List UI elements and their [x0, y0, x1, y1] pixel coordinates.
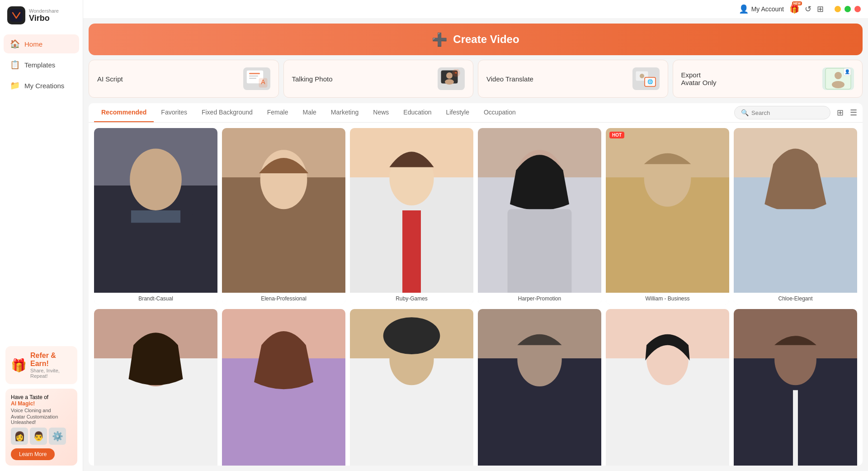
svg-rect-37	[249, 390, 318, 466]
feature-card-export-avatar[interactable]: Export Avatar Only 👤	[673, 60, 863, 98]
feature-card-talking-photo[interactable]: Talking Photo	[283, 60, 474, 98]
avatar-img-arjun	[350, 309, 473, 466]
svg-rect-24	[250, 210, 317, 293]
avatar-img-elena	[222, 128, 345, 293]
avatar-card-chloe[interactable]: Chloe-Elegant	[734, 128, 857, 304]
refresh-icon-button[interactable]: ↺	[805, 4, 811, 14]
sidebar-bottom: 🎁 Refer & Earn! Share, Invite, Repeat! H…	[0, 341, 83, 471]
avatar-img-brandt	[94, 128, 217, 293]
list-view-icon[interactable]: ☰	[850, 108, 857, 118]
feature-card-ai-script[interactable]: AI Script A	[89, 60, 279, 98]
avatar-card-arjun[interactable]: Arjun - Araber	[350, 309, 473, 466]
avatar-card-john[interactable]: John-Marketer	[734, 309, 857, 466]
svg-rect-44	[634, 390, 701, 466]
window-controls	[835, 6, 861, 12]
close-button[interactable]	[854, 6, 861, 12]
avatar-card-gabriel[interactable]: Gabriel-Business	[478, 309, 601, 466]
avatar-card-brandt[interactable]: Brandt-Casual	[94, 128, 217, 304]
svg-point-8	[446, 72, 453, 79]
titlebar-actions: 👤 My Account 🎁 NEW ↺ ⊞	[739, 4, 824, 14]
avatar-img-gabriel	[478, 309, 601, 466]
video-translate-label: Video Translate	[486, 75, 533, 83]
avatar-name-elena: Elena-Professional	[222, 293, 345, 304]
refer-subtitle: Share, Invite, Repeat!	[30, 368, 72, 379]
tab-favorites[interactable]: Favorites	[154, 103, 194, 122]
avatar-img-chloe	[734, 128, 857, 293]
create-video-banner[interactable]: ➕ Create Video	[89, 24, 863, 55]
tab-news[interactable]: News	[366, 103, 396, 122]
avatar-img-ruby	[350, 128, 473, 293]
maximize-button[interactable]	[844, 6, 851, 12]
svg-text:A: A	[261, 78, 265, 86]
search-box[interactable]: 🔍	[734, 106, 830, 119]
hot-badge-william: HOT	[609, 132, 624, 138]
svg-point-20	[130, 149, 182, 211]
sidebar-item-my-creations[interactable]: 📁 My Creations	[4, 76, 79, 95]
create-banner-content: ➕ Create Video	[432, 32, 519, 47]
avatar-card-mina[interactable]: Mina - Hanfu	[606, 309, 729, 466]
refer-title: Refer & Earn!	[30, 352, 72, 368]
tab-male[interactable]: Male	[295, 103, 323, 122]
gift-icon-button[interactable]: 🎁 NEW	[789, 4, 799, 14]
avatar-img-harper	[478, 128, 601, 293]
sidebar-navigation: 🏠 Home 📋 Templates 📁 My Creations	[0, 31, 83, 99]
brand-name: Wondershare	[29, 8, 59, 14]
svg-point-17	[832, 81, 844, 88]
ai-thumb-2: 👨	[30, 428, 47, 445]
grid-icon-button[interactable]: ⊞	[817, 4, 824, 14]
ai-magic-card: Have a Taste of AI Magic! Voice Cloning …	[5, 389, 77, 466]
svg-rect-0	[10, 9, 23, 22]
svg-rect-33	[762, 209, 829, 293]
ai-magic-header: Have a Taste of AI Magic!	[11, 394, 72, 407]
refer-card[interactable]: 🎁 Refer & Earn! Share, Invite, Repeat!	[5, 346, 77, 384]
svg-rect-47	[793, 390, 798, 466]
avatar-img-william: HOT	[606, 128, 729, 293]
avatar-name-william: William - Business	[606, 293, 729, 304]
avatar-img-john	[734, 309, 857, 466]
tab-female[interactable]: Female	[260, 103, 296, 122]
ai-script-label: AI Script	[97, 75, 123, 83]
tab-occupation[interactable]: Occupation	[476, 103, 523, 122]
avatar-card-rubyformal[interactable]: Ruby-Formal	[222, 309, 345, 466]
sidebar-item-home[interactable]: 🏠 Home	[4, 34, 79, 53]
avatar-card-ruby[interactable]: Ruby-Games	[350, 128, 473, 304]
svg-point-39	[383, 317, 440, 354]
avatar-img-rubyformal	[222, 309, 345, 466]
tab-education[interactable]: Education	[396, 103, 439, 122]
grid-view-icon[interactable]: ⊞	[837, 108, 844, 118]
templates-label: Templates	[24, 61, 55, 69]
templates-icon: 📋	[10, 60, 20, 70]
feature-card-video-translate[interactable]: Video Translate 🌐	[478, 60, 668, 98]
my-account-button[interactable]: 👤 My Account	[739, 4, 784, 14]
tab-recommended[interactable]: Recommended	[94, 103, 154, 122]
avatar-grid: Brandt-Casual Elena-Professional	[94, 128, 857, 466]
avatar-card-giulia[interactable]: Giulia-Business	[94, 309, 217, 466]
search-input[interactable]	[751, 109, 824, 116]
tab-bar: Recommended Favorites Fixed Background F…	[89, 103, 863, 123]
home-icon: 🏠	[10, 39, 20, 49]
tab-lifestyle[interactable]: Lifestyle	[439, 103, 476, 122]
svg-rect-22	[131, 210, 180, 223]
avatar-name-harper: Harper-Promotion	[478, 293, 601, 304]
avatar-card-william[interactable]: HOT William - Business	[606, 128, 729, 304]
export-avatar-label2: Avatar Only	[681, 79, 717, 86]
create-plus-icon: ➕	[432, 32, 448, 47]
feature-cards: AI Script A Talking Photo	[89, 60, 863, 98]
learn-more-button[interactable]: Learn More	[11, 448, 55, 460]
new-badge: NEW	[792, 1, 802, 5]
tab-marketing[interactable]: Marketing	[324, 103, 366, 122]
ai-thumb-1: 👩	[11, 428, 28, 445]
ai-thumb-3: ⚙️	[49, 428, 66, 445]
product-name: Virbo	[29, 14, 59, 23]
avatar-card-elena[interactable]: Elena-Professional	[222, 128, 345, 304]
home-label: Home	[24, 40, 42, 48]
avatar-img-mina	[606, 309, 729, 466]
minimize-button[interactable]	[835, 6, 841, 12]
tab-fixed-background[interactable]: Fixed Background	[194, 103, 260, 122]
tab-search-area: 🔍 ⊞ ☰	[734, 106, 857, 119]
creations-icon: 📁	[10, 81, 20, 90]
svg-rect-29	[508, 209, 572, 293]
svg-rect-40	[377, 390, 446, 466]
sidebar-item-templates[interactable]: 📋 Templates	[4, 55, 79, 74]
avatar-card-harper[interactable]: Harper-Promotion	[478, 128, 601, 304]
